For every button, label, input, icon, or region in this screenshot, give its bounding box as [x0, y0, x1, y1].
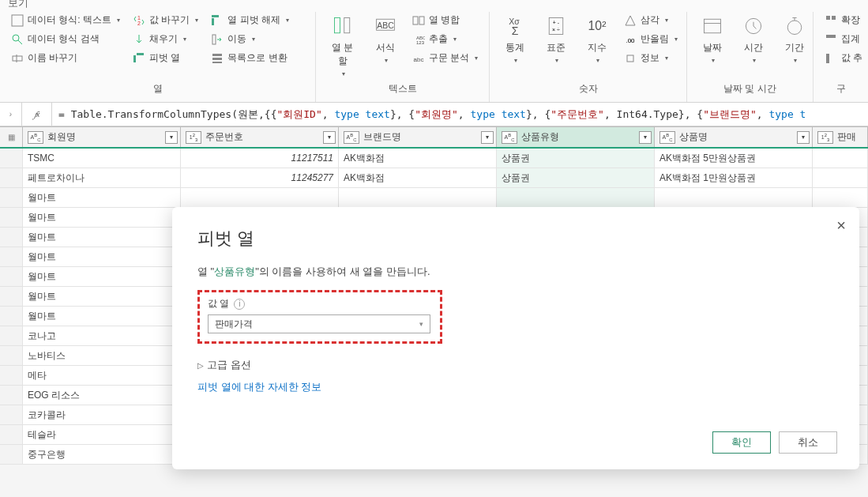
cell[interactable]: 11245277	[181, 168, 339, 187]
cell[interactable]: AK백화점	[339, 149, 497, 168]
row-selector[interactable]	[0, 307, 23, 326]
column-header-product-type[interactable]: ABC 상품유형 ▾	[497, 126, 655, 147]
cell[interactable]	[813, 168, 868, 187]
cell[interactable]: 상품권	[497, 168, 655, 187]
cell[interactable]: 월마트	[23, 247, 181, 266]
row-selector[interactable]	[0, 287, 23, 306]
column-header-member-name[interactable]: ABC 회원명 ▾	[23, 126, 181, 147]
rename-button[interactable]: 이름 바꾸기	[8, 50, 123, 66]
parse-button[interactable]: abc 구문 분석▾	[409, 50, 481, 66]
cell[interactable]: 중구은행	[23, 445, 181, 464]
cell[interactable]: AK백화점 5만원상품권	[655, 149, 813, 168]
time-button[interactable]: 시간▾	[736, 12, 771, 66]
cell[interactable]: 테슬라	[23, 425, 181, 444]
cell[interactable]: 코카콜라	[23, 405, 181, 424]
value-column-select[interactable]: 판매가격 ▾	[208, 314, 430, 333]
column-header-sale-price[interactable]: 123 판매	[813, 126, 868, 147]
column-header-order-no[interactable]: 123 주문번호 ▾	[181, 126, 339, 147]
date-button[interactable]: 날짜▾	[695, 12, 730, 66]
replace-values-button[interactable]: 12 값 바꾸기▾	[130, 12, 201, 28]
ok-button[interactable]: 확인	[712, 431, 771, 454]
row-selector[interactable]	[0, 366, 23, 385]
cell[interactable]	[497, 188, 655, 207]
filter-button[interactable]: ▾	[797, 131, 810, 144]
row-selector[interactable]	[0, 149, 23, 168]
aggregate-button[interactable]: 집계	[821, 31, 866, 47]
format-button[interactable]: ABC 서식▾	[368, 12, 403, 66]
svg-point-32	[787, 21, 802, 35]
cell[interactable]: TSMC	[23, 149, 181, 168]
standard-button[interactable]: + -× ÷ 표준▾	[539, 12, 573, 66]
cancel-button[interactable]: 취소	[779, 431, 837, 454]
fill-button[interactable]: 채우기▾	[130, 31, 201, 47]
merge-columns-button[interactable]: 열 병합	[409, 12, 481, 28]
filter-button[interactable]: ▾	[165, 131, 178, 144]
formula-input[interactable]: = Table.TransformColumnTypes(원본,{{"회원ID"…	[52, 107, 868, 122]
row-selector[interactable]	[0, 346, 23, 365]
filter-button[interactable]: ▾	[481, 131, 494, 144]
extract-values-button[interactable]: 값 추	[821, 50, 866, 66]
close-button[interactable]: ×	[834, 218, 848, 232]
table-row[interactable]: 페트로차이나11245277AK백화점상품권AK백화점 1만원상품권	[0, 168, 868, 188]
split-column-button[interactable]: 열 분할▾	[324, 12, 362, 79]
cell[interactable]	[813, 149, 868, 168]
column-header-brand[interactable]: ABC 브랜드명 ▾	[339, 126, 497, 147]
extract-button[interactable]: ABC123 추출▾	[409, 31, 481, 47]
rounding-button[interactable]: .00 반올림▾	[621, 31, 681, 47]
table-row[interactable]: TSMC11217511AK백화점상품권AK백화점 5만원상품권	[0, 149, 868, 168]
convert-to-list-button[interactable]: 목록으로 변환	[208, 50, 292, 66]
advanced-options-expander[interactable]: ▷ 고급 옵션	[197, 358, 834, 372]
chevron-down-icon: ▾	[183, 36, 186, 43]
row-selector[interactable]	[0, 267, 23, 286]
row-selector[interactable]	[0, 228, 23, 247]
cell[interactable]	[655, 188, 813, 207]
cell[interactable]: EOG 리소스	[23, 386, 181, 405]
detect-type-button[interactable]: 데이터 형식 검색	[8, 31, 123, 47]
row-selector[interactable]	[0, 208, 23, 227]
cell[interactable]: 월마트	[23, 287, 181, 306]
row-selector[interactable]	[0, 247, 23, 266]
column-header-product-name[interactable]: ABC 상품명 ▾	[655, 126, 813, 147]
statistics-button[interactable]: XσΣ 통계▾	[498, 12, 532, 66]
data-type-button[interactable]: 데이터 형식: 텍스트▾	[8, 12, 123, 28]
duration-button[interactable]: 기간▾	[777, 12, 812, 66]
trigonometry-button[interactable]: 삼각▾	[621, 12, 681, 28]
row-selector[interactable]	[0, 425, 23, 444]
information-button[interactable]: 정보▾	[621, 50, 681, 66]
scientific-button[interactable]: 10² 지수▾	[580, 12, 614, 66]
cell[interactable]	[181, 188, 339, 207]
cell[interactable]: 월마트	[23, 188, 181, 207]
info-icon[interactable]: i	[234, 299, 245, 310]
cell[interactable]: 월마트	[23, 228, 181, 247]
row-selector[interactable]	[0, 445, 23, 464]
row-selector[interactable]	[0, 168, 23, 187]
cell[interactable]: 11217511	[181, 149, 339, 168]
cell[interactable]: 노바티스	[23, 346, 181, 365]
cell[interactable]: 월마트	[23, 208, 181, 227]
learn-more-link[interactable]: 피벗 열에 대한 자세한 정보	[197, 380, 834, 394]
cell[interactable]	[339, 188, 497, 207]
filter-button[interactable]: ▾	[639, 131, 652, 144]
cell[interactable]: AK백화점 1만원상품권	[655, 168, 813, 187]
move-button[interactable]: 이동▾	[208, 31, 292, 47]
row-selector[interactable]	[0, 188, 23, 207]
row-selector[interactable]	[0, 386, 23, 405]
filter-button[interactable]: ▾	[323, 131, 336, 144]
cell[interactable]: 코나고	[23, 326, 181, 345]
expand-button[interactable]: 확장	[821, 12, 866, 28]
cell[interactable]	[813, 188, 868, 207]
cell[interactable]: 월마트	[23, 307, 181, 326]
row-selector[interactable]	[0, 405, 23, 424]
unpivot-button[interactable]: 열 피벗 해제▾	[208, 12, 292, 28]
table-row[interactable]: 월마트	[0, 188, 868, 208]
cell[interactable]: 상품권	[497, 149, 655, 168]
cell[interactable]: 메타	[23, 366, 181, 385]
row-header-corner[interactable]: ▦	[0, 126, 23, 147]
formula-controls[interactable]: ›	[0, 103, 22, 126]
svg-rect-34	[832, 16, 836, 20]
row-selector[interactable]	[0, 326, 23, 345]
pivot-button[interactable]: 피벗 열	[130, 50, 201, 66]
cell[interactable]: 월마트	[23, 267, 181, 286]
cell[interactable]: AK백화점	[339, 168, 497, 187]
cell[interactable]: 페트로차이나	[23, 168, 181, 187]
